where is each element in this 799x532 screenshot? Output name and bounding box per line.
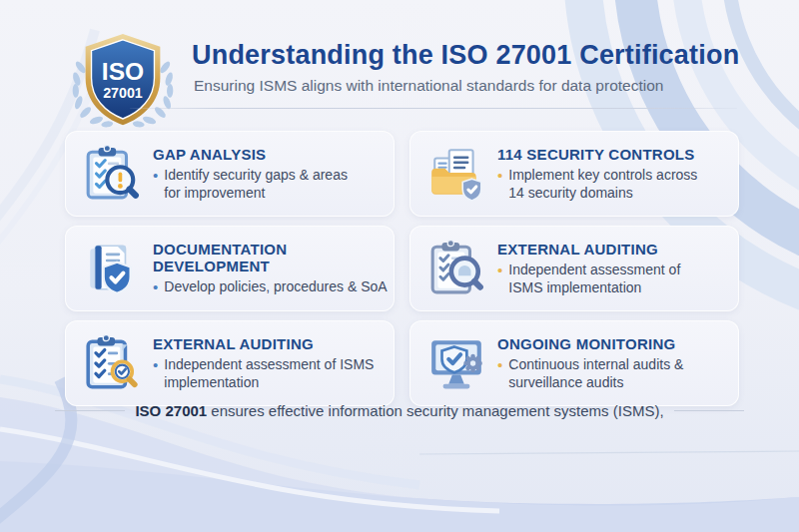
footer-text-bold: ISO 27001 xyxy=(135,402,207,419)
card-title: 114 SECURITY CONTROLS xyxy=(497,146,713,163)
clipboard-magnifier-alert-icon xyxy=(83,145,141,203)
footer-text-rest: ensures effective information security m… xyxy=(207,402,663,419)
bullet-dot: • xyxy=(153,167,158,202)
card-gap-analysis: GAP ANALYSIS •Identify security gaps & a… xyxy=(65,131,395,217)
card-title: DOCUMENTATION DEVELOPMENT xyxy=(153,241,328,275)
card-description: Independent assessment of ISMS implement… xyxy=(508,262,698,296)
card-title: GAP ANALYSIS xyxy=(153,146,349,163)
card-description: Identify security gaps & areas for impro… xyxy=(164,167,349,202)
bullet-dot: • xyxy=(497,167,502,202)
card-description: Develop policies, procedures & SoA xyxy=(164,278,387,296)
bullet-dot: • xyxy=(153,356,158,391)
folder-documents-shield-icon xyxy=(427,145,485,203)
badge-text-iso: ISO xyxy=(102,58,144,85)
card-ongoing-monitoring: ONGOING MONITORING •Continuous internal … xyxy=(409,320,739,406)
page-title: Understanding the ISO 27001 Certificatio… xyxy=(192,40,739,71)
card-external-auditing-1: EXTERNAL AUDITING •Independent assessmen… xyxy=(409,226,739,311)
card-description: Independent assessment of ISMS implement… xyxy=(164,356,392,391)
shield-badge-icon: ISO 27001 xyxy=(64,30,182,128)
page-subtitle: Ensuring ISMS aligns with international … xyxy=(194,77,739,95)
footer-text: ISO 27001 ensures effective information … xyxy=(135,402,663,419)
clipboard-magnifier-icon xyxy=(427,240,485,297)
badge-text-27001: 27001 xyxy=(103,85,143,101)
card-grid: GAP ANALYSIS •Identify security gaps & a… xyxy=(65,131,739,406)
card-description: Continuous internal audits & surveillanc… xyxy=(508,356,716,391)
monitor-shield-gear-icon xyxy=(427,334,485,392)
card-114-security-controls: 114 SECURITY CONTROLS •Implement key con… xyxy=(409,131,739,217)
clipboard-magnifier-check-icon xyxy=(83,334,141,392)
footer-right-divider xyxy=(674,410,744,411)
header-divider xyxy=(130,108,737,109)
bullet-dot: • xyxy=(497,356,502,391)
card-external-auditing-2: EXTERNAL AUDITING •Independent assessmen… xyxy=(65,320,395,406)
card-title: EXTERNAL AUDITING xyxy=(153,335,392,352)
gear-icon xyxy=(463,354,482,373)
bullet-dot: • xyxy=(497,262,502,296)
card-title: EXTERNAL AUDITING xyxy=(497,241,698,258)
infographic-page: ISO 27001 Understanding the ISO 27001 Ce… xyxy=(0,0,799,532)
footer-left-divider xyxy=(55,410,125,411)
footer: ISO 27001 ensures effective information … xyxy=(0,402,799,419)
card-documentation-development: DOCUMENTATION DEVELOPMENT •Develop polic… xyxy=(65,226,395,311)
bullet-dot: • xyxy=(153,278,158,296)
card-description: Implement key controls across 14 securit… xyxy=(508,167,713,202)
documents-shield-icon xyxy=(83,240,141,297)
iso-27001-badge: ISO 27001 xyxy=(64,30,182,126)
header: ISO 27001 Understanding the ISO 27001 Ce… xyxy=(64,30,739,126)
card-title: ONGOING MONITORING xyxy=(497,335,716,352)
